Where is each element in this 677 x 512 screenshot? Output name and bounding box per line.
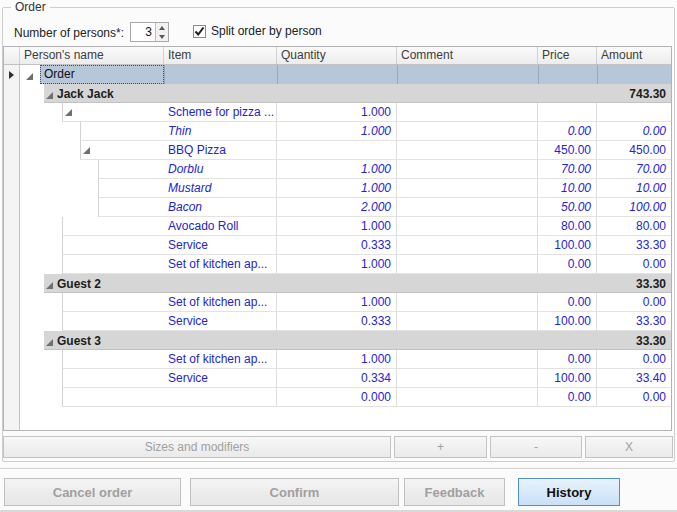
feedback-button[interactable]: Feedback — [404, 478, 505, 506]
expanded-node-icon[interactable] — [65, 109, 72, 116]
comment-cell[interactable] — [397, 312, 538, 331]
header-item[interactable]: Item — [164, 47, 277, 64]
amount-cell[interactable]: 0.00 — [597, 122, 671, 141]
header-amount[interactable]: Amount — [597, 47, 671, 64]
order-item-row[interactable]: Avocado Roll1.00080.0080.00 — [4, 217, 671, 236]
header-price[interactable]: Price — [538, 47, 597, 64]
header-comment[interactable]: Comment — [397, 47, 538, 64]
order-item-row[interactable]: Set of kitchen ap...1.0000.000.00 — [4, 255, 671, 274]
amount-cell[interactable]: 0.00 — [597, 388, 671, 407]
item-cell[interactable]: Bacon — [164, 198, 277, 217]
order-item-row[interactable]: 0.0000.000.00 — [4, 388, 671, 407]
item-cell[interactable]: Mustard — [164, 179, 277, 198]
quantity-cell[interactable]: 1.000 — [277, 293, 397, 312]
price-cell[interactable]: 0.00 — [538, 122, 597, 141]
expanded-node-icon[interactable] — [83, 147, 90, 154]
comment-cell[interactable] — [397, 141, 538, 160]
quantity-cell[interactable]: 1.000 — [277, 122, 397, 141]
quantity-cell[interactable]: 1.000 — [277, 179, 397, 198]
comment-cell[interactable] — [397, 103, 538, 122]
spin-up-button[interactable] — [156, 23, 168, 32]
remove-row-button[interactable]: - — [490, 436, 582, 458]
delete-button[interactable]: X — [585, 436, 673, 458]
person-group-row[interactable]: Guest 333.30 — [4, 331, 671, 350]
persons-count-spinner[interactable] — [130, 22, 169, 42]
price-cell[interactable]: 0.00 — [538, 255, 597, 274]
price-cell[interactable]: 0.00 — [538, 350, 597, 369]
person-group-row[interactable]: Jack Jack743.30 — [4, 84, 671, 103]
item-cell[interactable]: BBQ Pizza — [164, 141, 277, 160]
comment-cell[interactable] — [397, 198, 538, 217]
amount-cell[interactable]: 0.00 — [597, 350, 671, 369]
order-item-row[interactable]: Scheme for pizza ...1.000 — [4, 103, 671, 122]
price-cell[interactable]: 100.00 — [538, 369, 597, 388]
item-cell[interactable]: Set of kitchen ap... — [164, 293, 277, 312]
order-item-row[interactable]: Dorblu1.00070.0070.00 — [4, 160, 671, 179]
comment-cell[interactable] — [397, 122, 538, 141]
sizes-and-modifiers-button[interactable]: Sizes and modifiers — [3, 436, 391, 458]
amount-cell[interactable] — [597, 103, 671, 122]
amount-cell[interactable]: 33.30 — [597, 312, 671, 331]
order-item-row[interactable]: Service0.334100.0033.40 — [4, 369, 671, 388]
order-item-row[interactable]: Service0.333100.0033.30 — [4, 236, 671, 255]
order-item-row[interactable]: Service0.333100.0033.30 — [4, 312, 671, 331]
item-cell[interactable]: Avocado Roll — [164, 217, 277, 236]
item-cell[interactable]: Thin — [164, 122, 277, 141]
person-group-row[interactable]: Guest 233.30 — [4, 274, 671, 293]
item-cell[interactable] — [164, 388, 277, 407]
amount-cell[interactable]: 450.00 — [597, 141, 671, 160]
persons-count-input[interactable] — [131, 23, 155, 41]
cancel-order-button[interactable]: Cancel order — [4, 478, 181, 506]
confirm-button[interactable]: Confirm — [190, 478, 399, 506]
amount-cell[interactable]: 70.00 — [597, 160, 671, 179]
order-item-row[interactable]: Bacon2.00050.00100.00 — [4, 198, 671, 217]
quantity-cell[interactable]: 0.333 — [277, 236, 397, 255]
quantity-cell[interactable] — [277, 141, 397, 160]
order-item-row[interactable]: Thin1.0000.000.00 — [4, 122, 671, 141]
order-tree-grid[interactable]: Person's name Item Quantity Comment Pric… — [3, 46, 672, 431]
price-cell[interactable]: 50.00 — [538, 198, 597, 217]
order-root-row[interactable]: Order — [4, 65, 671, 84]
price-cell[interactable]: 70.00 — [538, 160, 597, 179]
comment-cell[interactable] — [397, 350, 538, 369]
price-cell[interactable]: 100.00 — [538, 312, 597, 331]
price-cell[interactable]: 0.00 — [538, 388, 597, 407]
item-cell[interactable]: Service — [164, 369, 277, 388]
quantity-cell[interactable]: 0.000 — [277, 388, 397, 407]
item-cell[interactable]: Service — [164, 236, 277, 255]
root-name-cell[interactable]: Order — [40, 65, 164, 84]
header-persons-name[interactable]: Person's name — [20, 47, 164, 64]
amount-cell[interactable]: 100.00 — [597, 198, 671, 217]
quantity-cell[interactable]: 2.000 — [277, 198, 397, 217]
price-cell[interactable]: 450.00 — [538, 141, 597, 160]
comment-cell[interactable] — [397, 369, 538, 388]
expanded-node-icon[interactable] — [26, 73, 33, 80]
amount-cell[interactable]: 33.40 — [597, 369, 671, 388]
order-item-row[interactable]: Set of kitchen ap...1.0000.000.00 — [4, 350, 671, 369]
comment-cell[interactable] — [397, 160, 538, 179]
item-cell[interactable]: Scheme for pizza ... — [164, 103, 277, 122]
expanded-node-icon[interactable] — [46, 282, 53, 289]
comment-cell[interactable] — [397, 236, 538, 255]
price-cell[interactable]: 0.00 — [538, 293, 597, 312]
amount-cell[interactable]: 10.00 — [597, 179, 671, 198]
quantity-cell[interactable]: 1.000 — [277, 103, 397, 122]
header-quantity[interactable]: Quantity — [277, 47, 397, 64]
amount-cell[interactable]: 0.00 — [597, 255, 671, 274]
order-item-row[interactable]: Set of kitchen ap...1.0000.000.00 — [4, 293, 671, 312]
quantity-cell[interactable]: 1.000 — [277, 255, 397, 274]
comment-cell[interactable] — [397, 217, 538, 236]
order-item-row[interactable]: BBQ Pizza450.00450.00 — [4, 141, 671, 160]
comment-cell[interactable] — [397, 293, 538, 312]
amount-cell[interactable]: 0.00 — [597, 293, 671, 312]
expanded-node-icon[interactable] — [46, 339, 53, 346]
quantity-cell[interactable]: 0.334 — [277, 369, 397, 388]
quantity-cell[interactable]: 1.000 — [277, 350, 397, 369]
price-cell[interactable]: 100.00 — [538, 236, 597, 255]
quantity-cell[interactable]: 1.000 — [277, 217, 397, 236]
quantity-cell[interactable]: 1.000 — [277, 160, 397, 179]
order-item-row[interactable]: Mustard1.00010.0010.00 — [4, 179, 671, 198]
expanded-node-icon[interactable] — [46, 92, 53, 99]
item-cell[interactable]: Set of kitchen ap... — [164, 350, 277, 369]
comment-cell[interactable] — [397, 179, 538, 198]
